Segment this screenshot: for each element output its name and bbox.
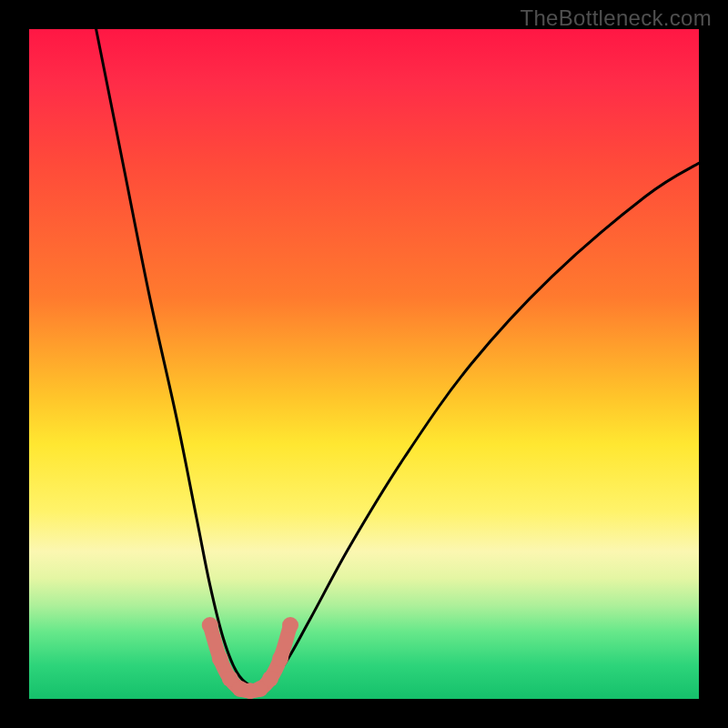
marker-point bbox=[212, 651, 228, 667]
marker-point bbox=[272, 651, 288, 667]
marker-point bbox=[282, 617, 298, 633]
marker-point bbox=[202, 617, 218, 633]
marker-point bbox=[262, 671, 278, 687]
chart-container: TheBottleneck.com bbox=[0, 0, 728, 728]
watermark-text: TheBottleneck.com bbox=[520, 5, 712, 31]
plot-area bbox=[29, 29, 699, 699]
curve-layer bbox=[29, 29, 699, 699]
bottleneck-curve-main bbox=[96, 29, 699, 688]
marker-group bbox=[202, 617, 298, 699]
